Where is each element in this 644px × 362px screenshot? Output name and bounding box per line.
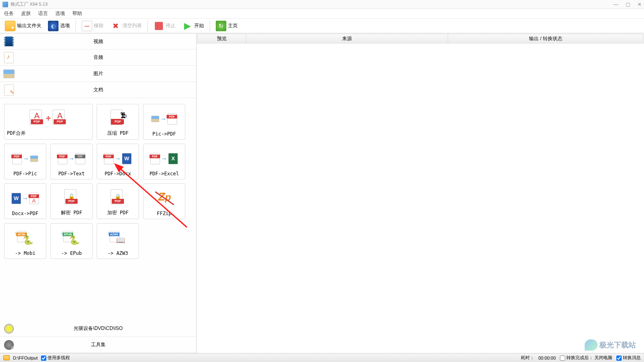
pic-to-pdf-icon: → PDF <box>146 107 182 131</box>
tile-pdf-to-docx[interactable]: PDF → W PDF->Docx <box>97 144 139 179</box>
status-bar: D:\FFOutput 使用多线程 耗时： 00:00:00 转换完成后： 关闭… <box>0 353 644 362</box>
status-folder-icon[interactable] <box>3 355 10 360</box>
start-button[interactable]: 开始 <box>180 20 206 32</box>
tile-label: Docx->PDF <box>12 211 38 216</box>
right-panel: 预览 来源 输出 / 转换状态 <box>197 33 644 353</box>
remove-button[interactable]: 移除 <box>80 20 105 32</box>
pdf-to-text-icon: PDF → TXT <box>53 147 90 171</box>
home-button[interactable]: 主页 <box>214 20 239 32</box>
category-optical[interactable]: 光驱设备\DVD\CD\ISO <box>0 321 196 337</box>
menu-help[interactable]: 帮助 <box>72 10 82 17</box>
menu-bar: 任务 皮肤 语言 选项 帮助 <box>0 9 644 19</box>
decrypt-pdf-icon: 🔓PDF <box>53 186 90 209</box>
window-controls: — ▢ ✕ <box>614 2 642 7</box>
tile-label: -> Mobi <box>15 250 36 256</box>
options-icon <box>48 21 59 31</box>
clear-icon <box>110 21 121 31</box>
minimize-button[interactable]: — <box>614 2 618 7</box>
main-area: 视频 音频 图片 文档 APDF + APDF <box>0 33 644 353</box>
tile-label: FFZip <box>157 211 171 216</box>
output-path[interactable]: D:\FFOutput <box>13 356 38 360</box>
column-source[interactable]: 来源 <box>246 34 448 43</box>
cancel-conv-toggle[interactable]: 转换消息 <box>616 355 641 361</box>
tile-label: PDF->Docx <box>104 171 131 177</box>
tile-compress-pdf[interactable]: PDF🗜 压缩 PDF <box>97 104 139 140</box>
category-optical-label: 光驱设备\DVD\CD\ISO <box>74 325 123 332</box>
remove-label: 移除 <box>94 22 104 29</box>
tile-pdf-to-text[interactable]: PDF → TXT PDF->Text <box>50 144 93 179</box>
watermark: 极光下载站 <box>585 339 636 351</box>
category-image-label: 图片 <box>93 70 103 77</box>
toolkit-icon <box>4 340 14 350</box>
tile-label: 压缩 PDF <box>107 130 129 137</box>
tile-label: PDF->Excel <box>150 171 179 177</box>
multithread-checkbox[interactable] <box>41 356 46 361</box>
after-value: 关闭电脑 <box>594 355 612 360</box>
azw3-icon: ↓ AZW3 📖 <box>100 226 136 250</box>
tile-label: PDF->Text <box>58 171 85 177</box>
ffzip-icon: Z <box>146 186 182 211</box>
tile-decrypt-pdf[interactable]: 🔓PDF 解密 PDF <box>50 183 93 219</box>
pdf-to-pic-icon: PDF → <box>7 147 43 171</box>
tile-pic-to-pdf[interactable]: → PDF Pic->PDF <box>143 104 185 140</box>
stop-icon <box>155 22 163 30</box>
stop-button[interactable]: 停止 <box>152 20 177 32</box>
left-panel: 视频 音频 图片 文档 APDF + APDF <box>0 33 197 353</box>
after-toggle[interactable]: 转换完成后： 关闭电脑 <box>560 355 612 361</box>
document-grid: APDF + APDF PDF合并 PDF🗜 压缩 PDF <box>0 98 196 321</box>
output-folder-button[interactable]: 输出文件夹 <box>3 20 43 32</box>
cancel-conv-label: 转换消息 <box>623 355 641 360</box>
after-label: 转换完成后： <box>566 355 593 360</box>
menu-option[interactable]: 选项 <box>55 10 65 17</box>
column-preview[interactable]: 预览 <box>197 34 246 43</box>
tile-pdf-to-excel[interactable]: PDF → X PDF->Excel <box>143 144 185 179</box>
tile-encrypt-pdf[interactable]: 🔒PDF 加密 PDF <box>97 183 139 219</box>
category-toolkit[interactable]: 工具集 <box>0 337 196 353</box>
category-image[interactable]: 图片 <box>0 66 196 82</box>
image-icon <box>3 69 15 78</box>
tile-label: Pic->PDF <box>152 131 176 137</box>
home-icon <box>216 21 226 31</box>
menu-task[interactable]: 任务 <box>4 10 14 17</box>
tile-to-epub[interactable]: ↓ EPUB 🐍 -> EPub <box>50 223 93 259</box>
elapsed-value: 00:00:00 <box>538 356 556 360</box>
tile-label: -> EPub <box>61 250 82 256</box>
epub-icon: ↓ EPUB 🐍 <box>53 226 90 250</box>
cancel-conv-checkbox[interactable] <box>616 356 622 361</box>
category-document[interactable]: 文档 <box>0 82 196 98</box>
menu-skin[interactable]: 皮肤 <box>21 10 31 17</box>
separator <box>147 20 148 32</box>
category-toolkit-label: 工具集 <box>91 341 106 348</box>
column-status[interactable]: 输出 / 转换状态 <box>448 34 643 43</box>
category-audio-label: 音频 <box>93 54 103 61</box>
tile-ffzip[interactable]: Z FFZip <box>143 183 185 219</box>
tile-to-azw3[interactable]: ↓ AZW3 📖 -> AZW3 <box>97 223 139 259</box>
clear-button[interactable]: 清空列表 <box>108 20 143 32</box>
compress-pdf-icon: PDF🗜 <box>100 107 136 130</box>
tile-label: 加密 PDF <box>107 209 129 216</box>
start-icon <box>182 21 193 31</box>
options-button[interactable]: 选项 <box>46 20 72 32</box>
table-header: 预览 来源 输出 / 转换状态 <box>197 34 644 43</box>
close-button[interactable]: ✕ <box>637 2 642 7</box>
category-audio[interactable]: 音频 <box>0 50 196 66</box>
tile-label: 解密 PDF <box>61 209 82 216</box>
stop-label: 停止 <box>166 22 176 29</box>
table-body <box>197 44 644 353</box>
title-bar: 格式工厂 X64 5.13 — ▢ ✕ <box>0 0 644 9</box>
multithread-toggle[interactable]: 使用多线程 <box>41 355 70 361</box>
after-checkbox[interactable] <box>560 356 565 361</box>
tile-to-mobi[interactable]: ↓ MOBI 🐍 -> Mobi <box>4 223 46 259</box>
tile-docx-to-pdf[interactable]: W → PDFA Docx->PDF <box>4 183 46 219</box>
tile-pdf-to-pic[interactable]: PDF → PDF->Pic <box>4 144 46 179</box>
folder-icon <box>5 21 15 31</box>
mobi-icon: ↓ MOBI 🐍 <box>7 226 43 250</box>
category-video[interactable]: 视频 <box>0 33 196 50</box>
maximize-button[interactable]: ▢ <box>626 2 630 7</box>
menu-language[interactable]: 语言 <box>38 10 48 17</box>
multithread-label: 使用多线程 <box>48 355 70 360</box>
encrypt-pdf-icon: 🔒PDF <box>100 186 136 209</box>
remove-icon <box>82 21 92 31</box>
tile-pdf-merge[interactable]: APDF + APDF PDF合并 <box>4 104 93 140</box>
tile-label: -> AZW3 <box>108 250 128 256</box>
